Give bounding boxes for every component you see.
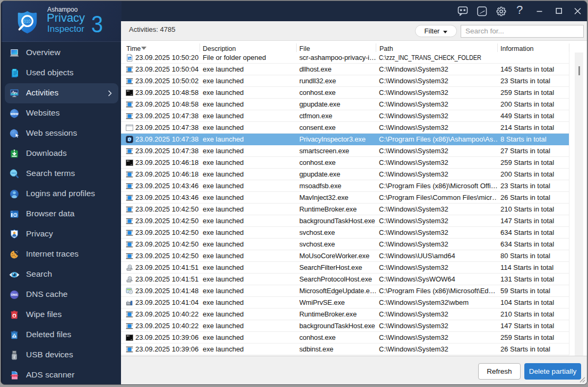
svg-text:010: 010: [23, 19, 31, 24]
svg-text:www: www: [10, 112, 19, 116]
svg-text:DNS: DNS: [11, 293, 18, 296]
svg-text:ADS: ADS: [12, 374, 18, 377]
